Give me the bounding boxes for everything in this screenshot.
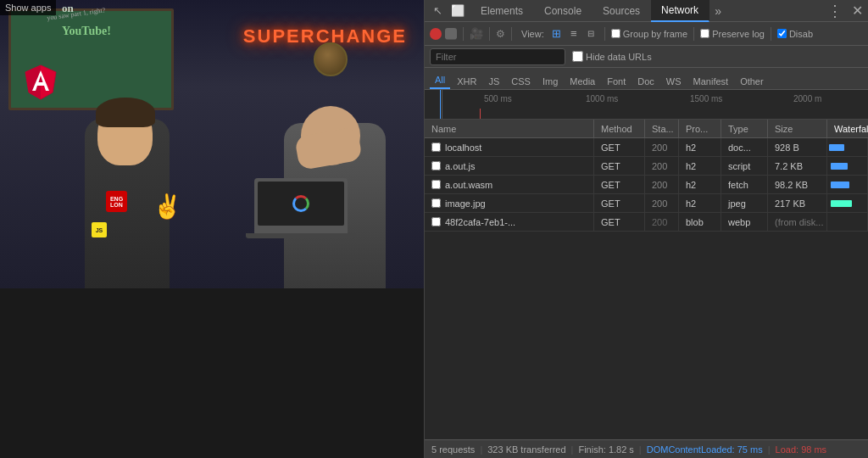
th-name[interactable]: Name [425, 120, 594, 137]
devtools-close-icon[interactable]: ✕ [846, 0, 868, 22]
res-tab-font[interactable]: Font [602, 74, 631, 89]
preserve-log-input[interactable] [700, 29, 709, 38]
td-name: a.out.wasm [425, 176, 594, 193]
td-size: 928 B [768, 138, 827, 156]
th-type[interactable]: Type [721, 120, 768, 137]
td-size: (from disk... [768, 213, 827, 231]
td-method: GET [594, 138, 645, 156]
td-name: localhost [425, 138, 594, 156]
table-row[interactable]: 48f2cafa-7eb1-... GET 200 blob webp (fro… [425, 213, 868, 232]
group-by-frame-input[interactable] [611, 29, 620, 38]
td-type: doc... [721, 138, 768, 156]
th-size[interactable]: Size [768, 120, 827, 137]
chalkboard-sub-text: YouTube! [55, 23, 171, 40]
grid-view-icon[interactable]: ⊞ [549, 26, 565, 42]
res-tab-img[interactable]: Img [537, 74, 563, 89]
row-name-value: a.out.js [445, 161, 475, 171]
th-waterfall[interactable]: Waterfall ▲ [827, 120, 868, 137]
res-tab-manifest[interactable]: Manifest [688, 74, 734, 89]
res-tab-ws[interactable]: WS [661, 74, 687, 89]
table-row[interactable]: a.out.js GET 200 h2 script 7.2 KB [425, 157, 868, 176]
separator-4 [604, 27, 605, 41]
res-tab-js[interactable]: JS [483, 74, 504, 89]
tab-console[interactable]: Console [534, 0, 593, 22]
table-row[interactable]: a.out.wasm GET 200 h2 fetch 98.2 KB [425, 176, 868, 194]
res-tab-other[interactable]: Other [735, 74, 769, 89]
video-background: Subscribeon YouTube! you saw part 1, rig… [0, 0, 424, 288]
timeline-label-1000: 1000 ms [586, 94, 618, 103]
globe-decoration [314, 42, 348, 76]
td-protocol: h2 [679, 176, 721, 193]
hide-data-urls-input[interactable] [572, 51, 583, 62]
video-panel: Subscribeon YouTube! you saw part 1, rig… [0, 0, 424, 458]
disable-cache-checkbox[interactable]: Disab [777, 29, 813, 39]
list-view-icon[interactable]: ≡ [566, 26, 581, 42]
th-protocol[interactable]: Pro... [679, 120, 721, 137]
preserve-log-checkbox[interactable]: Preserve log [700, 29, 765, 39]
timeline-marker-blue [440, 109, 441, 119]
res-tab-xhr[interactable]: XHR [452, 74, 481, 89]
resource-type-tabs: All XHR JS CSS Img Media Font Doc WS Man… [425, 68, 868, 90]
group-by-frame-checkbox[interactable]: Group by frame [611, 29, 687, 39]
row-checkbox[interactable] [431, 142, 441, 152]
row-checkbox[interactable] [431, 180, 441, 189]
status-transferred: 323 KB transferred [487, 444, 565, 455]
td-protocol: h2 [679, 157, 721, 175]
hide-data-urls-checkbox[interactable]: Hide data URLs [572, 51, 652, 62]
td-type: webp [721, 213, 768, 231]
tab-network[interactable]: Network [651, 0, 709, 22]
waterfall-bar [831, 200, 852, 207]
td-waterfall [827, 138, 868, 156]
disable-cache-input[interactable] [777, 29, 787, 38]
status-requests: 5 requests [431, 444, 475, 455]
td-name: 48f2cafa-7eb1-... [425, 213, 594, 231]
td-status: 200 [645, 138, 679, 156]
waterfall-bar [831, 182, 849, 188]
divider-2: | [571, 444, 574, 455]
record-button[interactable] [430, 28, 442, 40]
waterfall-view-icon[interactable]: ⊟ [583, 26, 598, 42]
cursor-icon[interactable]: ↖ [428, 2, 447, 20]
status-dom-content-loaded[interactable]: DOMContentLoaded: 75 ms [647, 444, 763, 455]
th-method[interactable]: Method [594, 120, 645, 137]
tab-sources[interactable]: Sources [593, 0, 651, 22]
show-apps-label[interactable]: Show apps [0, 0, 56, 15]
row-checkbox[interactable] [431, 198, 441, 208]
devtools-more-icon[interactable]: ⋮ [826, 2, 844, 20]
more-tabs-icon[interactable]: » [709, 0, 726, 22]
waterfall-bar [831, 163, 848, 170]
stop-button[interactable] [445, 28, 457, 40]
filter-bar: Hide data URLs [425, 46, 868, 68]
row-checkbox[interactable] [431, 161, 441, 170]
td-name: a.out.js [425, 157, 594, 175]
divider-3: | [639, 444, 642, 455]
res-tab-media[interactable]: Media [565, 74, 600, 89]
td-protocol: h2 [679, 138, 721, 156]
status-finish: Finish: 1.82 s [578, 444, 633, 455]
waterfall-bar [829, 144, 844, 151]
td-method: GET [594, 157, 645, 175]
res-tab-all[interactable]: All [430, 72, 450, 89]
angular-logo-icon [24, 64, 58, 101]
filter-input[interactable] [430, 48, 565, 65]
filter-icon[interactable]: ⚙ [496, 28, 505, 40]
laptop [254, 178, 356, 237]
table-row[interactable]: localhost GET 200 h2 doc... 928 B [425, 138, 868, 157]
devtools-tabbar: ↖ ⬜ Elements Console Sources Network » ⋮… [425, 0, 868, 22]
tab-elements[interactable]: Elements [470, 0, 534, 22]
res-tab-doc[interactable]: Doc [632, 74, 659, 89]
timeline-label-2000: 2000 m [793, 94, 821, 103]
status-load-time[interactable]: Load: 98 ms [776, 444, 827, 455]
mobile-icon[interactable]: ⬜ [448, 2, 467, 20]
row-name-value: localhost [445, 142, 481, 153]
res-tab-css[interactable]: CSS [506, 74, 536, 89]
td-method: GET [594, 213, 645, 231]
camera-icon[interactable]: 🎥 [470, 27, 483, 40]
person-left: ✌ ENGLON JS [68, 93, 186, 288]
row-name-value: image.jpg [445, 198, 486, 209]
table-row[interactable]: image.jpg GET 200 h2 jpeg 217 KB [425, 194, 868, 213]
th-status[interactable]: Sta... [645, 120, 679, 137]
row-checkbox[interactable] [431, 217, 441, 226]
td-waterfall [827, 157, 868, 175]
td-status: 200 [645, 194, 679, 212]
